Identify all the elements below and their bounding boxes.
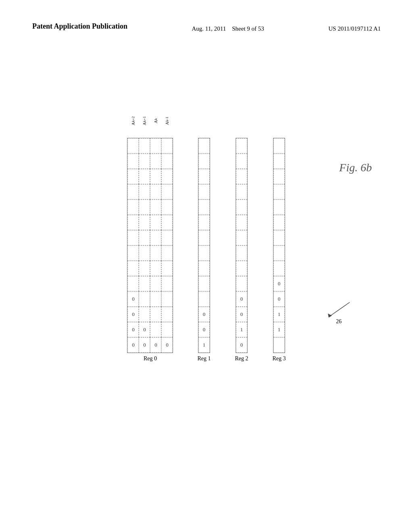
cell (150, 307, 161, 322)
cell (198, 215, 210, 230)
reg0-col-headers: Ak+2 Ak+1 Ak Ak-1 (127, 105, 173, 137)
cell (127, 169, 139, 184)
table-row (273, 230, 285, 245)
reg2-label: Reg 2 (235, 355, 248, 362)
table-row: 1 (198, 337, 210, 353)
table-row (127, 230, 173, 245)
col-header-ak2: Ak+2 (127, 105, 139, 137)
table-row: 0 (236, 337, 247, 353)
table-row: 0 (236, 291, 247, 307)
header-date: Aug. 11, 2011 (192, 25, 226, 32)
cell (150, 322, 161, 337)
cell (161, 184, 173, 200)
header-right: US 2011/0197112 A1 (328, 25, 381, 32)
table-row (198, 154, 210, 169)
cell (150, 276, 161, 291)
cell (139, 291, 150, 307)
patent-number: US 2011/0197112 A1 (328, 25, 381, 32)
cell (139, 154, 150, 169)
registers-row: Ak+2 Ak+1 Ak Ak-1 (33, 97, 380, 500)
cell (198, 154, 210, 169)
table-row: 0 (273, 291, 285, 307)
table-row (127, 261, 173, 276)
cell: 0 (198, 307, 210, 322)
register-group-1: 0 0 1 Reg 1 (197, 105, 211, 362)
table-row: 0 (198, 307, 210, 322)
cell (139, 307, 150, 322)
reg1-table: 0 0 1 (198, 138, 210, 353)
table-row: 1 (236, 322, 247, 337)
cell (273, 261, 285, 276)
cell (139, 230, 150, 245)
cell (150, 169, 161, 184)
table-row (273, 245, 285, 261)
reg0-label: Reg 0 (144, 355, 157, 362)
cell (127, 276, 139, 291)
cell (127, 154, 139, 169)
cell (150, 184, 161, 200)
table-row (127, 154, 173, 169)
table-row (198, 215, 210, 230)
table-row: 0 (273, 276, 285, 291)
register-group-2: 0 0 1 0 Reg 2 (235, 105, 248, 362)
cell (198, 169, 210, 184)
table-row (273, 337, 285, 353)
table-row: 0 (127, 291, 173, 307)
reg1-label: Reg 1 (197, 355, 211, 362)
cell (139, 200, 150, 215)
cell: 0 (127, 291, 139, 307)
cell (236, 138, 247, 154)
col-header-ak: Ak (150, 105, 161, 137)
table-row (198, 291, 210, 307)
cell (139, 276, 150, 291)
table-row (127, 215, 173, 230)
cell (236, 200, 247, 215)
cell (127, 215, 139, 230)
cell: 0 (139, 337, 150, 353)
table-row (236, 169, 247, 184)
cell (236, 215, 247, 230)
cell: 0 (236, 291, 247, 307)
cell (273, 230, 285, 245)
reg3-table: 0 0 1 1 (273, 138, 285, 353)
figure-container: Fig. 6b 26 Ak+2 Ak+1 Ak Ak-1 (33, 97, 380, 500)
table-row: 0 0 (127, 322, 173, 337)
register-group-0: Ak+2 Ak+1 Ak Ak-1 (127, 105, 173, 362)
table-row (198, 245, 210, 261)
table-row (127, 184, 173, 200)
page-header: Patent Application Publication Aug. 11, … (0, 22, 413, 32)
table-row (273, 261, 285, 276)
cell (236, 230, 247, 245)
cell (273, 337, 285, 353)
col-header-akm1: Ak-1 (161, 105, 173, 137)
table-row (127, 245, 173, 261)
table-row: 0 (127, 307, 173, 322)
patent-title: Patent Application Publication (32, 22, 127, 31)
cell: 0 (150, 337, 161, 353)
cell (139, 261, 150, 276)
cell (161, 276, 173, 291)
cell: 1 (273, 307, 285, 322)
cell (161, 261, 173, 276)
cell (236, 184, 247, 200)
table-row (236, 184, 247, 200)
cell (236, 169, 247, 184)
table-row (198, 138, 210, 154)
cell (127, 245, 139, 261)
table-row (198, 200, 210, 215)
cell: 0 (236, 307, 247, 322)
cell (273, 154, 285, 169)
cell (198, 184, 210, 200)
table-row: 1 (273, 322, 285, 337)
cell (161, 169, 173, 184)
cell (161, 307, 173, 322)
table-row (198, 261, 210, 276)
cell (127, 184, 139, 200)
table-row (273, 169, 285, 184)
cell (139, 138, 150, 154)
cell (236, 154, 247, 169)
cell (236, 245, 247, 261)
cell (150, 230, 161, 245)
header-center: Aug. 11, 2011 Sheet 9 of 53 (192, 25, 264, 32)
cell (198, 230, 210, 245)
